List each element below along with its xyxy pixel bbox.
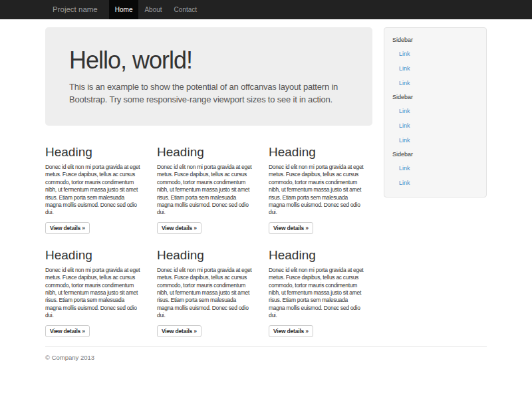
nav-item: About	[138, 0, 168, 19]
sidebar-link[interactable]: Link	[384, 161, 486, 176]
card-body: Donec id elit non mi porta gravida at eg…	[157, 267, 257, 320]
view-details-button[interactable]: View details »	[157, 222, 201, 234]
card-heading: Heading	[269, 248, 369, 262]
view-details-button[interactable]: View details »	[269, 325, 313, 337]
page-container: Hello, world! This is an example to show…	[45, 19, 487, 361]
sidebar-group-title: Sidebar	[384, 90, 486, 104]
card-body: Donec id elit non mi porta gravida at eg…	[269, 267, 369, 320]
page-title: Hello, world!	[69, 47, 348, 74]
content-card: Heading Donec id elit non mi porta gravi…	[157, 131, 257, 234]
nav-item-about[interactable]: About	[138, 0, 168, 19]
view-details-button[interactable]: View details »	[269, 222, 313, 234]
sidebar-group: Sidebar Link Link Link	[384, 90, 486, 148]
sidebar-link[interactable]: Link	[384, 176, 486, 190]
nav-item: Contact	[168, 0, 203, 19]
footer: © Company 2013	[45, 346, 487, 361]
sidebar-link[interactable]: Link	[384, 61, 486, 76]
sidebar-link[interactable]: Link	[384, 76, 486, 90]
nav-item: Home	[109, 0, 139, 19]
content-row: Hello, world! This is an example to show…	[45, 19, 487, 337]
jumbotron: Hello, world! This is an example to show…	[45, 27, 372, 126]
navbar: Project name Home About Contact	[0, 0, 532, 19]
card-body: Donec id elit non mi porta gravida at eg…	[157, 164, 257, 217]
card-body: Donec id elit non mi porta gravida at eg…	[269, 164, 369, 217]
view-details-button[interactable]: View details »	[45, 325, 90, 337]
sidebar-group: Sidebar Link Link Link	[384, 33, 486, 90]
cards-row-1: Heading Donec id elit non mi porta gravi…	[45, 131, 372, 234]
card-heading: Heading	[157, 145, 257, 159]
navbar-menu: Home About Contact	[109, 0, 203, 19]
card-heading: Heading	[157, 248, 257, 262]
main-content: Hello, world! This is an example to show…	[45, 19, 372, 337]
card-heading: Heading	[45, 248, 146, 262]
view-details-button[interactable]: View details »	[45, 222, 90, 234]
view-details-button[interactable]: View details »	[157, 325, 201, 337]
navbar-inner: Project name Home About Contact	[45, 0, 487, 19]
content-card: Heading Donec id elit non mi porta gravi…	[157, 234, 257, 337]
card-body: Donec id elit non mi porta gravida at eg…	[45, 267, 146, 320]
nav-item-home[interactable]: Home	[109, 0, 139, 19]
copyright-text: © Company 2013	[45, 354, 487, 361]
sidebar-link[interactable]: Link	[384, 133, 486, 148]
sidebar-link[interactable]: Link	[384, 118, 486, 133]
jumbotron-description: This is an example to show the potential…	[69, 80, 348, 106]
content-card: Heading Donec id elit non mi porta gravi…	[269, 234, 369, 337]
card-body: Donec id elit non mi porta gravida at eg…	[45, 164, 146, 217]
sidebar-group-title: Sidebar	[384, 148, 486, 161]
content-card: Heading Donec id elit non mi porta gravi…	[269, 131, 369, 234]
sidebar-group-title: Sidebar	[384, 33, 486, 47]
cards-row-2: Heading Donec id elit non mi porta gravi…	[45, 234, 372, 337]
card-heading: Heading	[269, 145, 369, 159]
sidebar-group: Sidebar Link Link	[384, 148, 486, 190]
sidebar-link[interactable]: Link	[384, 104, 486, 118]
sidebar: Sidebar Link Link Link Sidebar Link Link…	[384, 27, 487, 198]
content-card: Heading Donec id elit non mi porta gravi…	[45, 234, 146, 337]
navbar-brand[interactable]: Project name	[45, 0, 105, 19]
content-card: Heading Donec id elit non mi porta gravi…	[45, 131, 146, 234]
nav-item-contact[interactable]: Contact	[168, 0, 203, 19]
sidebar-link[interactable]: Link	[384, 47, 486, 61]
card-heading: Heading	[45, 145, 146, 159]
